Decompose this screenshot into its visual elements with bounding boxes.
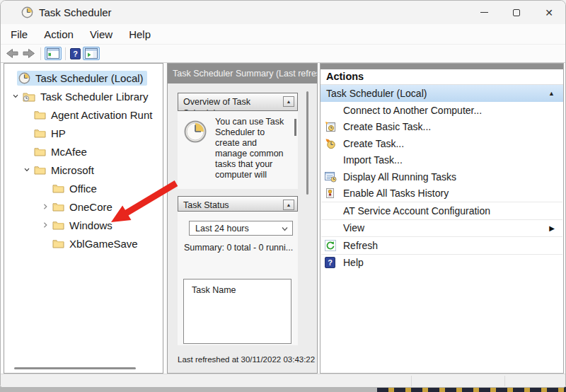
action-item-label: Refresh [343, 240, 378, 251]
menu-action[interactable]: Action [42, 27, 75, 42]
show-hide-console-tree-button[interactable] [45, 47, 62, 60]
summary-panel-header: Task Scheduler Summary (Last refreshed: … [168, 64, 317, 83]
tree-item-task-scheduler-library[interactable]: Task Scheduler Library [4, 87, 163, 105]
create-task-icon [325, 138, 343, 149]
close-button[interactable]: ✕ [533, 1, 565, 24]
chevron-expanded-icon[interactable] [21, 164, 33, 175]
toolbar-separator [65, 47, 66, 60]
submenu-arrow-icon: ▶ [549, 224, 555, 232]
tree-item-label: Task Scheduler (Local) [35, 72, 144, 84]
overview-section-body: You can use Task Scheduler to create and… [178, 111, 298, 189]
folder-icon [52, 238, 64, 248]
chevron-expanded-icon[interactable] [10, 91, 21, 102]
back-arrow-icon [5, 48, 19, 59]
menu-bar: File Action View Help [1, 24, 565, 45]
tree-item-label: XblGameSave [69, 238, 138, 250]
screen: Task Scheduler ✕ File Action View Help [0, 0, 566, 392]
collapse-arrow-icon: ▲ [287, 99, 291, 104]
tree-item-task-scheduler-local[interactable]: Task Scheduler (Local) [4, 69, 163, 87]
chevron-spacer [21, 127, 33, 139]
tree-item-xblgamesave[interactable]: XblGameSave [4, 234, 163, 253]
action-pane-icon [85, 48, 98, 59]
forward-arrow-icon [22, 48, 36, 59]
back-button[interactable] [4, 47, 20, 59]
tree-item-content: HP [33, 126, 69, 141]
svg-text:?: ? [328, 258, 333, 267]
folder-icon [52, 183, 64, 193]
help-icon: ? [325, 257, 343, 268]
menu-file[interactable]: File [9, 27, 29, 42]
window-controls: ✕ [468, 1, 565, 24]
chevron-spacer [21, 146, 33, 157]
action-item-label: Connect to Another Computer... [343, 105, 482, 116]
actions-group-label: Task Scheduler (Local) [326, 88, 427, 99]
action-item-import-task[interactable]: Import Task... [320, 152, 563, 169]
menu-help[interactable]: Help [127, 27, 152, 42]
chevron-spacer [40, 238, 51, 249]
action-item-view[interactable]: View▶ [320, 220, 563, 237]
history-icon [325, 188, 343, 199]
toolbar-help-button[interactable]: ? [69, 47, 81, 60]
action-item-label: Import Task... [343, 154, 403, 166]
tree-item-label: Office [69, 183, 97, 195]
tree-item-agent-activation-runt[interactable]: Agent Activation Runt [4, 105, 163, 124]
toolbar: ? [1, 45, 565, 63]
folder-icon [34, 110, 46, 120]
minimize-button[interactable] [468, 1, 500, 24]
tree-item-content: Task Scheduler Library [21, 89, 152, 104]
action-item-enable-all-tasks-history[interactable]: Enable All Tasks History [320, 185, 563, 202]
tree-item-content: Office [51, 181, 100, 196]
folder-icon [34, 128, 46, 138]
action-item-refresh[interactable]: Refresh [320, 237, 563, 254]
refresh-icon [325, 240, 343, 251]
tree-item-label: Microsoft [51, 164, 94, 176]
chevron-collapsed-icon[interactable] [40, 201, 51, 212]
overview-scrollbar-thumb[interactable] [294, 119, 296, 136]
action-item-create-task[interactable]: Create Task... [320, 135, 563, 152]
action-item-create-basic-task[interactable]: Create Basic Task... [320, 119, 563, 136]
action-item-label: Display All Running Tasks [343, 171, 456, 183]
forward-button[interactable] [21, 47, 37, 59]
tree-item-mcafee[interactable]: McAfee [4, 142, 163, 161]
tree-item-windows[interactable]: Windows [4, 216, 163, 234]
action-item-at-service-account-configuration[interactable]: AT Service Account Configuration [320, 202, 563, 219]
tree-item-hp[interactable]: HP [4, 124, 163, 142]
console-tree-panel: Task Scheduler (Local)Task Scheduler Lib… [4, 63, 163, 374]
folder-icon [52, 220, 64, 230]
actions-group-row[interactable]: Task Scheduler (Local) ▲ [320, 85, 563, 102]
time-range-dropdown[interactable]: Last 24 hours [189, 221, 293, 236]
overview-body-text: You can use Task Scheduler to create and… [215, 117, 286, 180]
action-item-connect-to-another-computer[interactable]: Connect to Another Computer... [320, 102, 563, 119]
summary-panel-body: Overview of Task Scheduler ▲ You can use… [168, 83, 317, 373]
maximize-button[interactable] [500, 1, 533, 24]
tree-item-office[interactable]: Office [4, 179, 163, 197]
show-hide-action-pane-button[interactable] [83, 47, 100, 60]
close-icon: ✕ [545, 8, 553, 18]
tree-item-content: Task Scheduler (Local) [17, 71, 147, 86]
time-range-value: Last 24 hours [195, 224, 249, 234]
task-scheduler-window: Task Scheduler ✕ File Action View Help [0, 0, 566, 388]
action-item-display-all-running-tasks[interactable]: Display All Running Tasks [320, 168, 563, 185]
menu-view[interactable]: View [88, 27, 114, 42]
tree-item-onecore[interactable]: OneCore [4, 197, 163, 216]
summary-panel: Task Scheduler Summary (Last refreshed: … [167, 63, 318, 374]
actions-list: Connect to Another Computer...Create Bas… [320, 102, 563, 271]
horizontal-scrollbar-thumb[interactable] [14, 367, 136, 369]
tree-item-microsoft[interactable]: Microsoft [4, 161, 163, 179]
task-name-list[interactable]: Task Name [183, 279, 291, 344]
summary-scrollbar-thumb[interactable] [306, 91, 308, 195]
overview-collapse-button[interactable]: ▲ [283, 96, 294, 107]
actions-panel: Actions Task Scheduler (Local) ▲ Connect… [320, 63, 564, 374]
chevron-collapsed-icon[interactable] [40, 219, 51, 231]
tree-item-label: HP [51, 127, 66, 139]
action-item-label: Help [343, 257, 364, 268]
collapse-arrow-icon[interactable]: ▲ [548, 90, 555, 97]
task-status-collapse-button[interactable]: ▲ [283, 200, 294, 210]
tree-item-content: XblGameSave [51, 236, 142, 251]
tree-item-content: Microsoft [33, 163, 98, 178]
collapse-arrow-icon: ▲ [287, 202, 291, 207]
actions-panel-top-strip [320, 64, 563, 69]
tree-item-label: Windows [69, 219, 112, 231]
chevron-spacer [6, 72, 17, 83]
action-item-help[interactable]: ?Help [320, 255, 563, 272]
